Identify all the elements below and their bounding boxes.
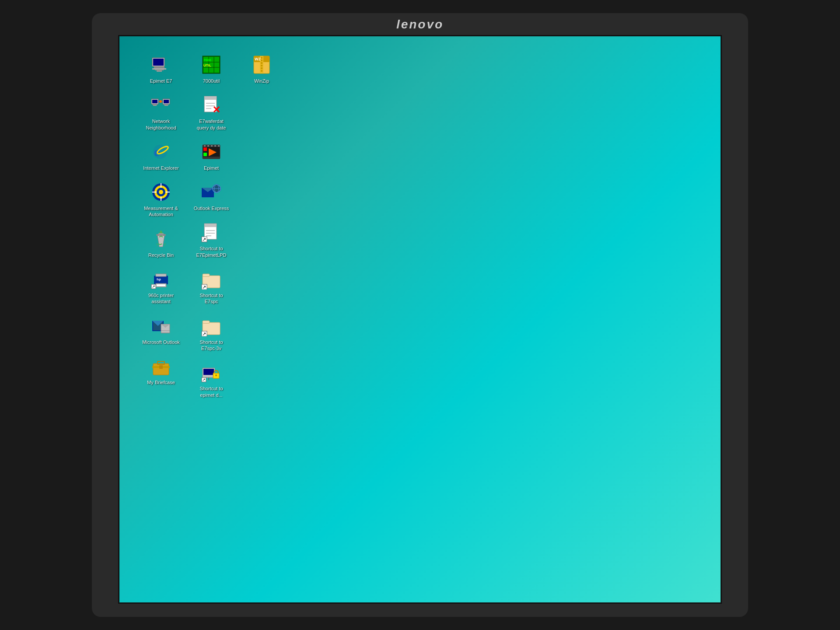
svg-rect-49	[159, 365, 163, 369]
epimet-e7-label: Epimet E7	[149, 77, 173, 84]
icon-my-briefcase[interactable]: My Briefcase	[141, 355, 181, 386]
shortcut-e7epimetlpd-label: Shortcut to E7EpimetLPD	[192, 245, 231, 259]
svg-text:hp: hp	[157, 277, 161, 281]
icon-measurement-automation[interactable]: Measurement & Automation	[141, 181, 181, 218]
icon-7000util[interactable]: 7000 UTIL 7000util	[192, 54, 231, 84]
shortcut-e7spc-3v-icon: ↗	[200, 315, 222, 337]
svg-rect-69	[207, 145, 209, 147]
recycle-bin-icon	[150, 228, 172, 250]
internet-explorer-label: Internet Explorer	[142, 164, 179, 172]
svg-rect-4	[155, 70, 164, 70]
epimet-icon	[200, 141, 222, 163]
960c-printer-icon: hp ↗	[150, 268, 172, 290]
shortcut-epimet-d-label: Shortcut to epimet d...	[192, 385, 231, 399]
shortcut-e7spc-icon: ↗	[200, 268, 222, 290]
measurement-automation-label: Measurement & Automation	[141, 205, 181, 218]
icon-shortcut-e7spc[interactable]: ↗ Shortcut to E7spc	[192, 268, 231, 305]
svg-rect-12	[164, 104, 169, 105]
svg-text:↗: ↗	[152, 284, 155, 289]
icon-winzip[interactable]: WZ WinZip	[242, 54, 281, 84]
shortcut-epimet-d-icon: ↗	[200, 361, 222, 383]
measurement-automation-icon	[150, 181, 172, 203]
icon-recycle-bin[interactable]: Recycle Bin	[141, 228, 181, 259]
svg-rect-111	[261, 67, 262, 69]
svg-rect-9	[153, 105, 157, 106]
recycle-bin-label: Recycle Bin	[147, 252, 175, 259]
epimet-e7-icon	[150, 54, 172, 76]
svg-rect-108	[261, 60, 262, 61]
960c-printer-label: 960c printer assistant	[141, 292, 181, 305]
my-briefcase-icon	[150, 355, 172, 377]
svg-point-101	[215, 374, 217, 376]
svg-rect-107	[261, 57, 262, 59]
svg-text:7000: 7000	[203, 58, 211, 62]
svg-rect-35	[157, 284, 165, 286]
epimet-label: Epimet	[203, 164, 220, 172]
desktop: Epimet E7	[119, 36, 721, 602]
icon-e7waferdat[interactable]: E7waferdat query dy date	[192, 94, 231, 131]
monitor-brand: lenovo	[396, 18, 444, 32]
svg-rect-83	[204, 224, 217, 227]
icon-outlook-express[interactable]: Outlook Express	[192, 181, 231, 212]
internet-explorer-icon: e	[150, 141, 172, 163]
svg-rect-59	[204, 96, 217, 100]
icon-column-2: 7000 UTIL 7000util	[192, 54, 235, 399]
icon-epimet[interactable]: Epimet	[192, 141, 231, 172]
svg-rect-7	[152, 100, 158, 103]
shortcut-e7epimetlpd-icon: ↗	[200, 221, 222, 243]
svg-rect-110	[261, 65, 262, 66]
svg-text:↗: ↗	[202, 378, 206, 382]
svg-text:e: e	[154, 144, 160, 159]
microsoft-outlook-label: Microsoft Outlook	[141, 339, 181, 346]
svg-point-22	[159, 190, 163, 194]
icon-network-neighborhood[interactable]: Network Neighborhood	[141, 94, 181, 131]
icon-microsoft-outlook[interactable]: Microsoft Outlook	[141, 315, 181, 346]
svg-rect-70	[211, 145, 213, 147]
svg-rect-5	[157, 70, 162, 72]
icon-960c-printer[interactable]: hp ↗ 960c printer assistant	[141, 268, 181, 305]
svg-rect-74	[203, 147, 207, 151]
shortcut-e7spc-3v-label: Shortcut to E7spc-3v	[192, 339, 231, 352]
svg-text:UTIL: UTIL	[203, 63, 211, 67]
outlook-express-icon	[200, 181, 222, 203]
icon-column-1: Epimet E7	[141, 54, 185, 399]
svg-rect-98	[203, 369, 214, 375]
svg-rect-3	[152, 68, 166, 70]
network-neighborhood-label: Network Neighborhood	[141, 118, 181, 131]
svg-rect-11	[164, 100, 169, 103]
svg-rect-2	[154, 66, 164, 68]
svg-rect-46	[153, 364, 169, 375]
svg-text:↗: ↗	[202, 284, 206, 290]
svg-rect-67	[203, 157, 220, 159]
svg-text:WZ: WZ	[255, 57, 261, 61]
svg-rect-75	[203, 153, 207, 156]
svg-rect-1	[153, 59, 164, 66]
e7waferdat-icon	[200, 94, 222, 116]
svg-rect-33	[156, 274, 166, 276]
icon-shortcut-e7spc-3v[interactable]: ↗ Shortcut to E7spc-3v	[192, 315, 231, 352]
svg-rect-8	[152, 104, 158, 105]
svg-point-15	[159, 100, 162, 103]
svg-rect-31	[158, 233, 164, 234]
svg-rect-71	[214, 145, 216, 147]
e7waferdat-label: E7waferdat query dy date	[192, 118, 231, 131]
icon-column-3: WZ WinZip	[242, 54, 286, 399]
icon-epimet-e7[interactable]: Epimet E7	[141, 54, 181, 84]
my-briefcase-label: My Briefcase	[146, 379, 176, 386]
icon-shortcut-epimet-d[interactable]: ↗ Shortcut to epimet d...	[192, 361, 231, 399]
svg-text:↗: ↗	[202, 331, 206, 336]
7000util-icon: 7000 UTIL	[200, 54, 222, 76]
svg-rect-109	[261, 62, 262, 64]
svg-rect-94	[203, 321, 210, 323]
network-neighborhood-icon	[150, 94, 172, 116]
icon-shortcut-e7epimetlpd[interactable]: ↗ Shortcut to E7EpimetLPD	[192, 221, 231, 259]
outlook-express-label: Outlook Express	[193, 205, 230, 212]
svg-rect-13	[164, 105, 168, 106]
winzip-label: WinZip	[253, 77, 270, 84]
svg-rect-68	[204, 145, 206, 147]
monitor-frame: lenovo	[92, 13, 748, 617]
icon-internet-explorer[interactable]: e Internet Explorer	[141, 141, 181, 172]
winzip-icon: WZ	[251, 54, 273, 76]
7000util-label: 7000util	[202, 77, 221, 84]
svg-rect-72	[218, 145, 220, 147]
